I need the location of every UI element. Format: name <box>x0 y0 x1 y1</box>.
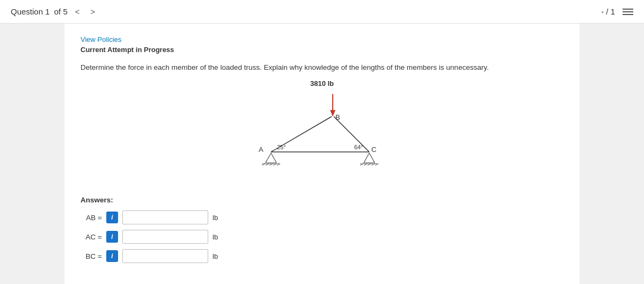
top-bar-right: - / 1 <box>601 7 633 16</box>
ab-label: AB = <box>80 214 102 222</box>
bc-label: BC = <box>80 252 102 260</box>
prev-arrow[interactable]: < <box>72 6 83 17</box>
next-arrow[interactable]: > <box>87 6 99 17</box>
angle-a-label: 25° <box>277 144 286 150</box>
bc-unit: lb <box>213 252 218 260</box>
top-bar-left: Question 1 of 5 < > <box>11 6 98 17</box>
diagram-container: 3810 lb B A C 25° 64° <box>80 79 564 185</box>
menu-line-2 <box>623 11 633 12</box>
ac-info-button[interactable]: i <box>106 231 118 243</box>
svg-marker-5 <box>266 153 276 163</box>
ac-unit: lb <box>213 233 218 241</box>
view-policies-link[interactable]: View Policies <box>80 35 121 43</box>
ab-input[interactable] <box>122 210 208 224</box>
ab-answer-row: AB = i lb <box>80 210 564 224</box>
ab-unit: lb <box>213 214 218 222</box>
ab-info-button[interactable]: i <box>106 212 118 223</box>
truss-diagram: B A C 25° 64° <box>252 89 392 185</box>
answers-label: Answers: <box>80 196 564 204</box>
menu-line-3 <box>623 14 633 15</box>
menu-icon[interactable] <box>623 9 633 15</box>
score-label: - / 1 <box>601 7 615 16</box>
load-label: 3810 lb <box>310 79 334 88</box>
bc-input[interactable] <box>122 249 208 263</box>
node-a-label: A <box>259 145 264 154</box>
menu-line-1 <box>623 9 633 10</box>
bc-answer-row: BC = i lb <box>80 249 564 263</box>
top-bar: Question 1 of 5 < > - / 1 <box>0 0 644 24</box>
question-number: Question 1 <box>11 7 50 16</box>
node-b-label: B <box>335 113 340 121</box>
main-content: View Policies Current Attempt in Progres… <box>64 24 580 284</box>
question-label: Question 1 of 5 <box>11 7 68 16</box>
problem-text: Determine the force in each member of th… <box>80 62 564 73</box>
ac-label: AC = <box>80 233 102 241</box>
angle-c-label: 64° <box>354 144 363 150</box>
of-total: of 5 <box>54 7 68 16</box>
svg-line-1 <box>334 116 369 152</box>
svg-marker-4 <box>330 110 335 116</box>
attempt-status: Current Attempt in Progress <box>80 46 564 54</box>
ac-answer-row: AC = i lb <box>80 230 564 244</box>
bc-info-button[interactable]: i <box>106 250 118 262</box>
svg-marker-12 <box>364 153 375 163</box>
ac-input[interactable] <box>122 230 208 244</box>
node-c-label: C <box>371 145 376 154</box>
